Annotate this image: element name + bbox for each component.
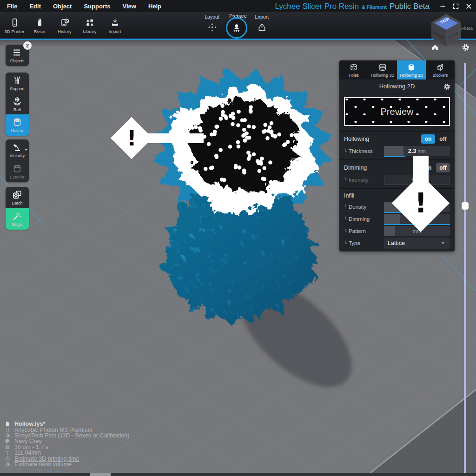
dimming-off[interactable]: off — [436, 163, 450, 172]
hollowing-3d-icon — [377, 63, 388, 72]
menubar: FileEditObjectSupportsViewHelp Lychee Sl… — [0, 0, 476, 12]
panel-tab-hollowing-3d[interactable]: Hollowing 3D — [368, 60, 397, 79]
toolbar-history-button[interactable]: History — [52, 12, 77, 39]
bottom-scroll-segment[interactable] — [90, 473, 111, 476]
infill-dimming-label: Dimming — [344, 216, 384, 222]
status-line-6[interactable]: Estimate 3D printing time — [5, 456, 129, 461]
history-label: History — [58, 29, 72, 34]
blockers-label: Blockers — [433, 73, 448, 78]
view-cube[interactable]: TOP FRONT RIGHT — [430, 13, 463, 46]
accent-divider — [0, 39, 476, 40]
holes-label: Holes — [349, 73, 359, 78]
menu-edit[interactable]: Edit — [29, 3, 41, 10]
dimming-label: Dimming — [344, 165, 421, 171]
sidebar-item-batch[interactable]: Batch — [6, 187, 29, 208]
menu-list: FileEditObjectSupportsViewHelp — [0, 3, 161, 10]
toolbar-library-button[interactable]: Library — [77, 12, 102, 39]
title-main: Lychee Slicer Pro Resin — [275, 2, 359, 11]
hollowing-2d-label: Hollowing 2D — [400, 73, 423, 78]
objects-label: Objects — [10, 59, 25, 63]
hollowing-label: Hollowing — [344, 136, 421, 142]
tab-prepare[interactable] — [226, 17, 247, 39]
expand-arrow-icon: ▸ — [25, 147, 27, 152]
sidebar-item-support[interactable]: Support — [6, 73, 29, 94]
chevron-down-icon — [440, 240, 446, 246]
close-icon[interactable] — [465, 3, 472, 10]
panel-title: Hollowing 2D — [339, 83, 455, 90]
batch-icon — [12, 190, 22, 200]
status-line-1: Anycubic Photon M3 Premium — [5, 427, 129, 432]
title-sub: & Filament — [362, 4, 387, 10]
resin-icon — [35, 18, 45, 27]
3d-printer-icon — [10, 18, 20, 27]
lychee-slicer-window: FileEditObjectSupportsViewHelp Lychee Sl… — [0, 0, 476, 476]
minimize-icon[interactable] — [439, 3, 446, 10]
intensity-label: Intensity — [344, 177, 384, 183]
sidebar-item-objects[interactable]: Objects2 — [6, 45, 29, 66]
tab-export[interactable]: Export — [250, 14, 273, 32]
halfcircle-icon — [5, 433, 10, 438]
batch-label: Batch — [12, 201, 22, 205]
palette-icon — [5, 438, 10, 444]
visibility-label: Visibility — [10, 153, 25, 158]
toolbar-3d-printer-button[interactable]: 3D Printer — [2, 12, 27, 39]
support-label: Support — [10, 86, 25, 91]
hollowing-3d-label: Hollowing 3D — [371, 73, 394, 78]
magic-label: Magic — [12, 222, 23, 227]
toolbar-left: 3D PrinterResinHistoryLibraryImport — [2, 12, 127, 39]
support-icon — [12, 75, 22, 86]
hollow-label: Hollow — [11, 128, 23, 133]
menu-view[interactable]: View — [123, 3, 136, 10]
tab-layout-label: Layout — [205, 14, 219, 20]
resin-label: Resin — [34, 29, 45, 34]
layer-slider-track[interactable] — [464, 63, 466, 476]
thickness-label: Thickness — [344, 148, 384, 154]
infill-type-select[interactable]: Lattice — [384, 238, 450, 249]
layer-slider-handle[interactable] — [462, 202, 469, 210]
preview-label: Preview — [380, 106, 413, 117]
panel-tab-blockers[interactable]: Blockers — [426, 60, 455, 79]
status-line-3: Navy Grey — [5, 438, 129, 444]
hollowing-preview[interactable]: Preview — [344, 97, 450, 126]
status-line-5: 111.04mm — [5, 450, 129, 456]
hollow-icon — [12, 117, 22, 127]
sidebar-item-hollow[interactable]: Hollow — [6, 114, 29, 136]
hollowing-off[interactable]: off — [436, 134, 450, 144]
sidebar-item-raft[interactable]: Raft — [6, 93, 29, 115]
sidebar-item-magic[interactable]: Magic — [6, 208, 29, 230]
objects-count-badge: 2 — [23, 41, 32, 50]
status-info: Hollow.lys*Anycubic Photon M3 PremiumSir… — [5, 421, 129, 467]
hollowing-toggle[interactable]: on off — [421, 134, 450, 144]
3d-printer-label: 3D Printer — [5, 29, 25, 34]
visibility-icon — [12, 142, 22, 152]
menu-supports[interactable]: Supports — [84, 3, 110, 10]
panel-header: Hollowing 2D — [339, 79, 455, 93]
halfcircle-icon — [5, 462, 10, 467]
clock-icon — [5, 456, 10, 462]
tab-layout[interactable]: Layout — [200, 14, 224, 32]
toolbar-resin-button[interactable]: Resin — [27, 12, 52, 39]
toolbar-import-button[interactable]: Import — [102, 12, 127, 39]
dimming-section: Dimming on off Intensity 0 % — [339, 159, 455, 188]
menu-file[interactable]: File — [7, 3, 17, 10]
menu-help[interactable]: Help — [148, 3, 161, 10]
thickness-slider[interactable]: 2.3mm — [384, 146, 450, 156]
sidebar-item-exterior[interactable]: Exterior — [6, 161, 29, 182]
sidebar-item-visibility[interactable]: Visibility▸ — [6, 139, 29, 161]
left-sidebar: Objects2SupportRaftHollowVisibility▸Exte… — [0, 40, 33, 319]
panel-gear-icon[interactable] — [443, 83, 451, 91]
library-label: Library — [83, 29, 96, 34]
panel-tab-holes[interactable]: Holes — [339, 60, 368, 79]
status-line-4: 30 um - 1.7 s — [5, 444, 129, 450]
history-icon — [60, 18, 70, 27]
viewport-3d[interactable]: Objects2SupportRaftHollowVisibility▸Exte… — [0, 40, 476, 476]
maximize-icon[interactable] — [452, 3, 459, 10]
status-line-0: Hollow.lys* — [5, 421, 129, 427]
tab-export-label: Export — [255, 14, 269, 20]
library-icon — [85, 18, 95, 27]
menu-object[interactable]: Object — [53, 3, 72, 10]
panel-tab-hollowing-2d[interactable]: Hollowing 2D — [397, 60, 426, 79]
status-line-7[interactable]: Estimate resin volume — [5, 462, 129, 467]
layer-slider[interactable] — [463, 63, 467, 476]
hollowing-on[interactable]: on — [421, 134, 435, 144]
